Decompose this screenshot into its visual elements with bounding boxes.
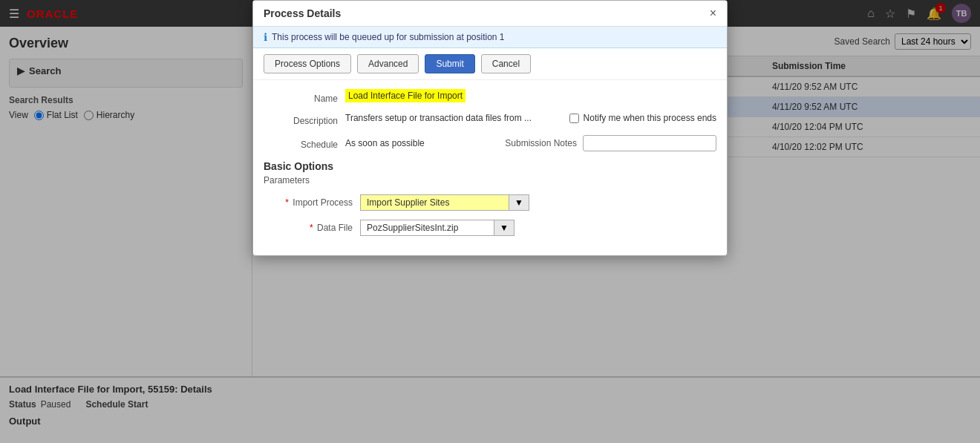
- process-options-button[interactable]: Process Options: [264, 54, 351, 73]
- process-details-dialog: Process Details × ℹ This process will be…: [252, 0, 728, 256]
- dialog-body: Name Load Interface File for Import Desc…: [253, 80, 727, 255]
- notify-checkbox[interactable]: [569, 114, 579, 123]
- dialog-info-message: This process will be queued up for submi…: [272, 32, 505, 42]
- basic-options-title: Basic Options: [264, 160, 716, 172]
- submission-notes-input[interactable]: [583, 135, 716, 151]
- data-file-row: * Data File ▼: [264, 220, 716, 236]
- advanced-button[interactable]: Advanced: [357, 54, 419, 73]
- dialog-header: Process Details ×: [253, 1, 727, 27]
- import-process-dropdown[interactable]: ▼: [509, 194, 529, 211]
- required-star-2: *: [310, 223, 313, 233]
- schedule-row: Schedule As soon as possible Submission …: [264, 135, 716, 151]
- data-file-dropdown[interactable]: ▼: [494, 220, 514, 236]
- notify-row: Notify me when this process ends: [569, 113, 716, 123]
- description-label: Description: [264, 113, 345, 126]
- submit-button[interactable]: Submit: [425, 54, 474, 73]
- name-row: Name Load Interface File for Import: [264, 91, 716, 104]
- dialog-title: Process Details: [264, 7, 341, 19]
- notify-label: Notify me when this process ends: [584, 113, 716, 123]
- name-label: Name: [264, 91, 345, 104]
- dialog-close-button[interactable]: ×: [710, 7, 716, 20]
- description-value: Transfers setup or transaction data file…: [345, 113, 532, 123]
- schedule-value: As soon as possible: [345, 138, 490, 148]
- description-row: Description Transfers setup or transacti…: [264, 113, 716, 126]
- cancel-button[interactable]: Cancel: [481, 54, 531, 73]
- submission-notes-label: Submission Notes: [505, 138, 577, 148]
- name-highlight: Load Interface File for Import: [345, 89, 466, 102]
- data-file-input[interactable]: [360, 220, 494, 236]
- info-icon: ℹ: [264, 31, 267, 43]
- dialog-toolbar: Process Options Advanced Submit Cancel: [253, 48, 727, 80]
- data-file-input-group: ▼: [360, 220, 514, 236]
- import-process-input-group: ▼: [360, 194, 529, 211]
- parameters-subtitle: Parameters: [264, 175, 716, 186]
- import-process-row: * Import Process ▼: [264, 194, 716, 211]
- required-star: *: [285, 197, 289, 208]
- import-process-label: * Import Process: [264, 197, 360, 208]
- data-file-label: * Data File: [264, 223, 360, 233]
- schedule-label: Schedule: [264, 137, 345, 150]
- dialog-info-bar: ℹ This process will be queued up for sub…: [253, 27, 727, 48]
- import-process-input[interactable]: [360, 194, 509, 211]
- name-value: Load Interface File for Import: [345, 91, 716, 101]
